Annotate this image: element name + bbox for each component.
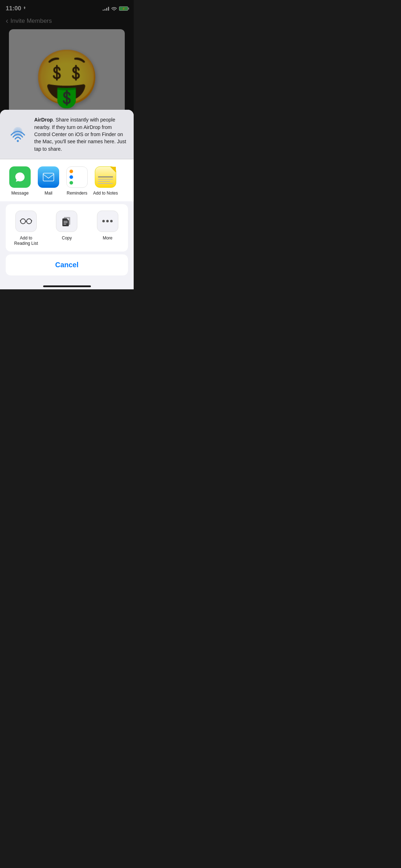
airdrop-section: AirDrop. Share instantly with people nea… [0,110,134,159]
message-app-label: Message [11,191,29,196]
copy-icon [56,211,77,232]
share-sheet: AirDrop. Share instantly with people nea… [0,110,134,289]
reminders-app-icon [66,166,88,188]
cancel-button[interactable]: Cancel [6,254,128,275]
cancel-section: Cancel [6,254,128,275]
airdrop-description: AirDrop. Share instantly with people nea… [34,116,127,152]
reading-list-label: Add toReading List [14,236,38,247]
svg-rect-2 [43,173,54,181]
mail-app-label: Mail [45,191,52,196]
more-icon [97,211,118,232]
more-dots-icon [102,220,113,222]
airdrop-icon [7,124,29,145]
actions-section: Add toReading List [6,204,128,252]
action-item-reading-list[interactable]: Add toReading List [6,204,46,252]
home-indicator [0,283,134,289]
svg-point-4 [27,219,32,224]
app-item-notes[interactable]: Add to Notes [91,166,120,196]
share-sheet-overlay: AirDrop. Share instantly with people nea… [0,0,134,289]
apps-scroll-row: Message Mail [0,166,134,196]
more-label: More [103,236,112,241]
app-item-message[interactable]: Message [6,166,34,196]
copy-label: Copy [62,236,72,241]
message-app-icon [9,166,31,188]
action-item-more[interactable]: More [88,204,127,252]
app-item-reminders[interactable]: Reminders [63,166,91,196]
mail-app-icon [38,166,59,188]
svg-point-0 [17,140,19,142]
actions-row: Add toReading List [6,204,128,252]
action-item-copy[interactable]: Copy [47,204,86,252]
notes-app-icon [95,166,116,188]
reminders-app-label: Reminders [67,191,87,196]
svg-point-3 [21,219,26,224]
reading-list-icon [15,211,37,232]
app-item-mail[interactable]: Mail [34,166,63,196]
home-bar [43,285,91,287]
apps-section: Message Mail [0,159,134,201]
notes-app-label: Add to Notes [93,191,118,196]
